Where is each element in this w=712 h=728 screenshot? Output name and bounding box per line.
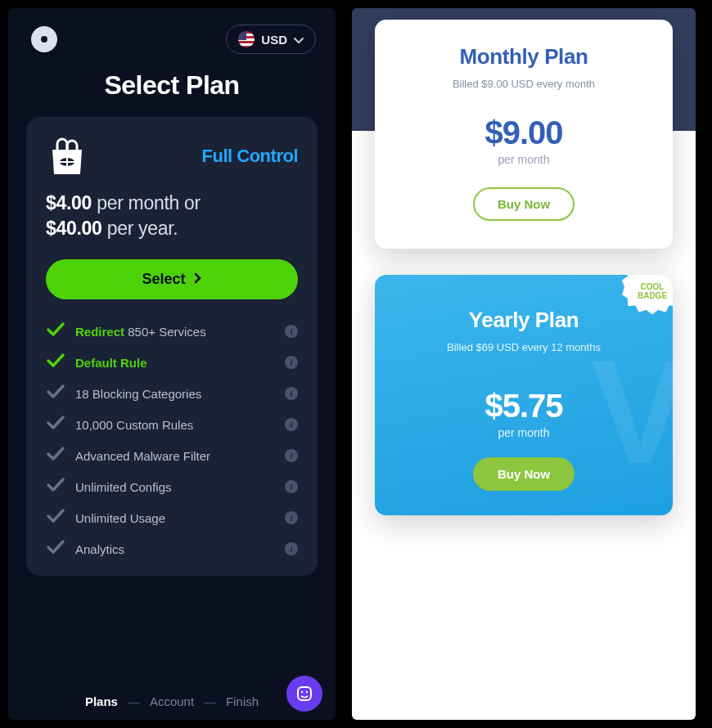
svg-rect-1 [298,687,311,700]
features-list: Redirect 850+ ServicesiDefault Rulei18 B… [46,316,298,564]
chevron-right-icon [194,271,202,288]
step-plans[interactable]: Plans [85,694,118,708]
buy-monthly-button[interactable]: Buy Now [473,187,575,221]
pricing-cards-panel: Monthly Plan Billed $9.00 USD every mont… [352,8,696,720]
currency-label: USD [261,33,287,47]
yearly-price: $5.75 [394,388,653,425]
feature-row: Redirect 850+ Servicesi [46,316,298,347]
checkout-steps: Plans — Account — Finish [8,683,336,720]
info-icon[interactable]: i [285,542,298,555]
yearly-title: Yearly Plan [394,308,653,333]
feature-row: Analyticsi [46,533,298,564]
support-fab[interactable] [286,676,322,712]
select-plan-button[interactable]: Select [46,259,298,299]
check-icon [46,446,65,465]
select-label: Select [142,271,185,288]
feature-row: Advanced Malware Filteri [46,440,298,471]
check-icon [46,508,65,528]
plan-card-header: Full Control [46,137,298,176]
chevron-down-icon [294,33,304,47]
info-icon[interactable]: i [285,480,298,493]
plan-price: $4.00 per month or $40.00 per year. [46,191,298,241]
svg-point-3 [306,691,308,693]
plan-selector-panel: USD Select Plan Full Control $4.00 [8,8,336,720]
feature-row: Unlimited Configsi [46,471,298,502]
monthly-per: per month [394,153,653,166]
page-title: Select Plan [8,70,336,101]
svg-point-2 [301,691,303,693]
us-flag-icon [238,31,255,47]
monthly-price: $9.00 [394,115,653,151]
check-icon [46,539,65,559]
info-icon[interactable]: i [285,418,298,431]
shopping-bag-icon [46,137,88,176]
feature-text: Redirect 850+ Services [75,325,275,339]
feature-text: Default Rule [75,356,275,370]
monthly-subtitle: Billed $9.00 USD every month [394,78,653,90]
step-account[interactable]: Account [150,694,194,708]
per-year-text: per year. [107,218,178,239]
info-icon[interactable]: i [285,356,298,369]
feature-row: 10,000 Custom Rulesi [46,409,298,440]
yearly-plan-card: V COOL BADGE Yearly Plan Billed $69 USD … [375,275,673,515]
feature-text: 10,000 Custom Rules [75,418,275,432]
buy-yearly-button[interactable]: Buy Now [473,457,575,491]
feature-text: Analytics [75,542,275,556]
check-icon [46,353,65,372]
monthly-price: $4.00 [46,192,92,213]
info-icon[interactable]: i [285,511,298,524]
check-icon [46,384,65,403]
feature-text: Unlimited Configs [75,480,275,494]
step-finish[interactable]: Finish [226,694,259,708]
check-icon [46,477,65,497]
feature-text: Unlimited Usage [75,511,275,525]
plan-card: Full Control $4.00 per month or $40.00 p… [26,117,318,576]
feature-row: Default Rulei [46,347,298,378]
feature-text: 18 Blocking Categories [75,387,275,401]
yearly-per: per month [394,426,653,439]
info-icon[interactable]: i [285,387,298,400]
monthly-title: Monthly Plan [394,44,653,70]
plan-name: Full Control [202,146,298,167]
app-logo [28,23,61,56]
feature-row: Unlimited Usagei [46,502,298,533]
feature-row: 18 Blocking Categoriesi [46,378,298,409]
yearly-price: $40.00 [46,218,102,239]
check-icon [46,321,65,341]
check-icon [46,415,65,434]
per-month-text: per month or [97,192,201,213]
left-header: USD [8,8,336,64]
currency-selector[interactable]: USD [226,25,316,54]
feature-text: Advanced Malware Filter [75,449,275,463]
monthly-plan-card: Monthly Plan Billed $9.00 USD every mont… [375,20,673,249]
info-icon[interactable]: i [285,325,298,338]
yearly-subtitle: Billed $69 USD every 12 months [394,341,653,353]
info-icon[interactable]: i [285,449,298,462]
